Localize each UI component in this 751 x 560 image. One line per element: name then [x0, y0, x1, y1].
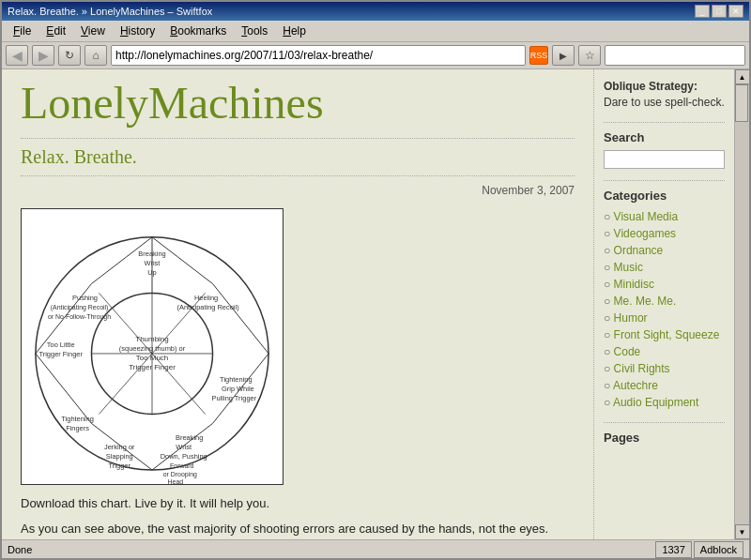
category-ordnance-link[interactable]: Ordnance [614, 244, 664, 257]
page-scroll[interactable]: LonelyMachines Relax. Breathe. November … [2, 69, 734, 539]
browser-window: Relax. Breathe. » LonelyMachines – Swift… [0, 0, 751, 560]
scroll-up-arrow[interactable]: ▲ [735, 69, 750, 84]
sidebar-divider-1 [604, 122, 725, 123]
svg-text:Trigger: Trigger [109, 462, 131, 470]
svg-text:(Anticipating Recoil): (Anticipating Recoil) [177, 303, 240, 311]
shooting-chart: Thumbing (squeezing thumb) or Too Much T… [21, 208, 284, 485]
window-title: Relax. Breathe. » LonelyMachines – Swift… [8, 6, 212, 17]
svg-text:Trigger Finger: Trigger Finger [129, 363, 176, 371]
search-toolbar [605, 45, 745, 66]
category-audio-equipment: Audio Equipment [604, 394, 725, 411]
category-humor-link[interactable]: Humor [614, 311, 648, 325]
menu-tools[interactable]: Tools [234, 23, 275, 39]
status-text: Done [8, 544, 32, 555]
address-bar [111, 45, 526, 66]
status-badge-count[interactable]: 1337 [655, 541, 691, 558]
svg-text:Up: Up [147, 267, 157, 276]
svg-text:Too Little: Too Little [47, 341, 75, 349]
svg-text:Fingers: Fingers [66, 424, 89, 432]
svg-text:(Anticipating Recoil): (Anticipating Recoil) [51, 304, 109, 311]
forward-button[interactable]: ▶ [32, 45, 54, 66]
menu-bar: File Edit View History Bookmarks Tools H… [2, 21, 749, 42]
svg-text:Too Much: Too Much [136, 354, 168, 362]
nav-arrow-1[interactable]: ▶ [552, 45, 575, 66]
refresh-button[interactable]: ↻ [58, 45, 81, 66]
maximize-button[interactable]: □ [712, 5, 727, 18]
sidebar-divider-2 [604, 180, 725, 181]
menu-help[interactable]: Help [275, 23, 314, 39]
category-minidisc: Minidisc [604, 276, 725, 293]
svg-text:Down, Pushing: Down, Pushing [161, 452, 207, 461]
category-music: Music [604, 259, 725, 276]
oblique-strategy: Oblique Strategy: Dare to use spell-chec… [604, 79, 725, 111]
categories-label: Categories [604, 189, 725, 203]
title-bar: Relax. Breathe. » LonelyMachines – Swift… [2, 2, 749, 21]
menu-history[interactable]: History [113, 23, 162, 39]
svg-text:or Drooping: or Drooping [163, 471, 197, 478]
star-button[interactable]: ☆ [578, 45, 601, 66]
scroll-track[interactable] [735, 84, 749, 524]
svg-text:Pushing: Pushing [72, 294, 98, 302]
category-front-sight: Front Sight, Squeeze [604, 326, 725, 343]
category-autechre-link[interactable]: Autechre [613, 379, 658, 392]
search-label: Search [604, 130, 725, 144]
categories-section: Categories Visual Media Videogames Ordna… [604, 189, 725, 411]
category-ordnance: Ordnance [604, 242, 725, 259]
svg-text:Breaking: Breaking [176, 433, 203, 442]
main-content: LonelyMachines Relax. Breathe. November … [2, 69, 593, 539]
search-input[interactable] [609, 49, 741, 62]
status-badge-adblock[interactable]: Adblock [694, 541, 743, 558]
post-title: Relax. Breathe. [21, 146, 575, 168]
category-audio-equipment-link[interactable]: Audio Equipment [613, 396, 698, 409]
category-minidisc-link[interactable]: Minidisc [614, 278, 654, 291]
category-me-me-me: Me. Me. Me. [604, 293, 725, 310]
svg-text:Slapping: Slapping [106, 452, 133, 461]
category-autechre: Autechre [604, 377, 725, 394]
header-divider [21, 138, 575, 139]
svg-text:Jerking or: Jerking or [104, 443, 135, 451]
status-right: 1337 Adblock [655, 541, 743, 558]
category-civil-rights: Civil Rights [604, 360, 725, 377]
menu-view[interactable]: View [73, 23, 113, 39]
category-me-me-me-link[interactable]: Me. Me. Me. [614, 295, 677, 308]
menu-edit[interactable]: Edit [38, 23, 73, 39]
svg-text:Tightening: Tightening [61, 415, 93, 423]
svg-text:Forward: Forward [170, 462, 194, 469]
pages-label: Pages [604, 431, 725, 445]
oblique-label: Oblique Strategy: [604, 80, 697, 93]
category-code: Code [604, 343, 725, 360]
menu-bookmarks[interactable]: Bookmarks [162, 23, 234, 39]
toolbar: ◀ ▶ ↻ ⌂ RSS ▶ ☆ [2, 42, 749, 69]
category-music-link[interactable]: Music [614, 261, 643, 274]
category-civil-rights-link[interactable]: Civil Rights [614, 362, 670, 375]
category-code-link[interactable]: Code [614, 345, 641, 358]
title-bar-buttons: _ □ ✕ [695, 5, 743, 18]
sidebar-search-section: Search [604, 130, 725, 169]
scrollbar[interactable]: ▲ ▼ [734, 69, 749, 539]
category-videogames-link[interactable]: Videogames [614, 227, 677, 240]
category-visual-media-link[interactable]: Visual Media [614, 210, 678, 223]
address-input[interactable] [115, 49, 521, 62]
svg-text:Head: Head [168, 478, 184, 484]
category-front-sight-link[interactable]: Front Sight, Squeeze [614, 328, 720, 341]
svg-text:or No Follow-Through: or No Follow-Through [48, 313, 111, 321]
post-caption: Download this chart. Live by it. It will… [21, 494, 575, 513]
minimize-button[interactable]: _ [695, 5, 710, 18]
category-humor: Humor [604, 310, 725, 326]
feed-button[interactable]: RSS [529, 46, 548, 65]
oblique-text: Dare to use spell-check. [604, 96, 725, 109]
chart-svg: Thumbing (squeezing thumb) or Too Much T… [22, 209, 283, 484]
menu-file[interactable]: File [6, 23, 38, 39]
close-button[interactable]: ✕ [728, 5, 743, 18]
svg-text:Wrist: Wrist [145, 258, 161, 266]
home-button[interactable]: ⌂ [84, 45, 107, 66]
page-wrapper: LonelyMachines Relax. Breathe. November … [2, 69, 734, 539]
svg-text:Thumbing: Thumbing [135, 335, 168, 343]
back-button[interactable]: ◀ [6, 45, 28, 66]
svg-text:Breaking: Breaking [138, 249, 165, 257]
content-area: LonelyMachines Relax. Breathe. November … [2, 69, 749, 539]
scroll-thumb[interactable] [735, 84, 748, 122]
category-visual-media: Visual Media [604, 208, 725, 225]
scroll-down-arrow[interactable]: ▼ [735, 524, 750, 539]
sidebar-search-input[interactable] [604, 150, 725, 169]
